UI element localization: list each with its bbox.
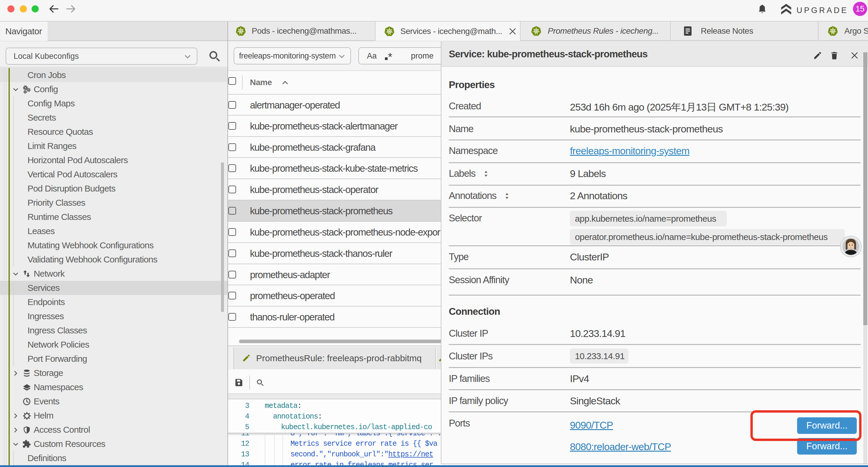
svg-text:*: *	[388, 51, 392, 63]
